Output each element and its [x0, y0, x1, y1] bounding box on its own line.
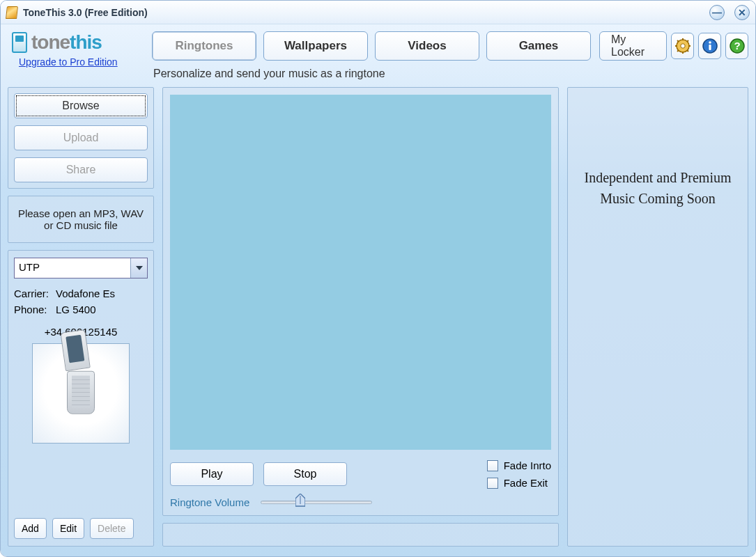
- window-title: ToneThis 3.0 (Free Edition): [23, 7, 148, 18]
- tab-games[interactable]: Games: [486, 31, 591, 61]
- volume-label: Ringtone Volume: [170, 496, 249, 508]
- svg-point-1: [681, 44, 685, 48]
- brand-text-2: this: [70, 31, 102, 53]
- gear-icon: [674, 38, 691, 54]
- main-tabs: Ringtones Wallpapers Videos Games: [152, 31, 591, 61]
- svg-line-7: [687, 50, 688, 52]
- hint-panel: Please open an MP3, WAV or CD music file: [8, 196, 154, 243]
- fade-in-checkbox[interactable]: Fade Inrto: [487, 460, 551, 471]
- profile-select-value: UTP: [15, 258, 130, 278]
- svg-rect-12: [709, 45, 711, 50]
- upload-button[interactable]: Upload: [14, 125, 148, 150]
- share-button[interactable]: Share: [14, 157, 148, 182]
- app-window: ToneThis 3.0 (Free Edition) — ✕ tonethis…: [0, 0, 756, 557]
- carrier-row: Carrier:Vodafone Es: [14, 288, 148, 299]
- promo-panel: Independent and Premium Music Coming Soo…: [567, 87, 748, 547]
- editor-panel: Play Stop Fade Inrto Fade Exit Ringtone …: [162, 87, 559, 516]
- waveform-area[interactable]: [170, 95, 551, 450]
- slider-thumb-icon: [295, 494, 305, 509]
- upgrade-link[interactable]: Upgrade to Pro Edition: [19, 56, 118, 68]
- app-icon: [6, 6, 18, 19]
- profile-panel: UTP Carrier:Vodafone Es Phone:LG 5400 +3…: [8, 250, 154, 547]
- chevron-down-icon: [130, 258, 147, 278]
- status-panel: [162, 523, 559, 547]
- svg-text:?: ?: [734, 40, 740, 52]
- promo-text: Independent and Premium Music Coming Soo…: [573, 167, 742, 209]
- add-profile-button[interactable]: Add: [14, 518, 47, 539]
- svg-line-9: [677, 50, 679, 52]
- stop-button[interactable]: Stop: [263, 462, 347, 486]
- profile-select[interactable]: UTP: [14, 258, 148, 278]
- tab-subtitle: Personalize and send your music as a rin…: [153, 68, 748, 80]
- titlebar: ToneThis 3.0 (Free Edition) — ✕: [1, 1, 755, 24]
- phone-preview: [32, 343, 130, 444]
- fade-out-checkbox[interactable]: Fade Exit: [487, 477, 551, 489]
- brand-logo: tonethis: [8, 31, 144, 54]
- info-icon: [702, 38, 718, 54]
- play-button[interactable]: Play: [170, 462, 254, 486]
- phone-icon: [12, 32, 27, 53]
- browse-button[interactable]: Browse: [14, 93, 148, 118]
- minimize-button[interactable]: —: [709, 5, 725, 20]
- help-icon: ?: [729, 38, 746, 54]
- svg-line-6: [677, 40, 679, 42]
- svg-marker-15: [136, 266, 143, 270]
- close-button[interactable]: ✕: [734, 5, 750, 20]
- brand-text-1: tone: [31, 31, 70, 53]
- tab-videos[interactable]: Videos: [375, 31, 479, 61]
- tab-wallpapers[interactable]: Wallpapers: [263, 31, 368, 61]
- about-button[interactable]: [698, 33, 721, 59]
- action-panel: Browse Upload Share: [8, 87, 154, 189]
- delete-profile-button[interactable]: Delete: [90, 518, 133, 539]
- settings-button[interactable]: [671, 33, 694, 59]
- edit-profile-button[interactable]: Edit: [52, 518, 84, 539]
- my-locker-button[interactable]: My Locker: [599, 31, 667, 61]
- tab-ringtones[interactable]: Ringtones: [152, 31, 256, 61]
- svg-point-11: [709, 41, 711, 44]
- help-button[interactable]: ?: [725, 33, 748, 59]
- svg-line-8: [687, 40, 688, 42]
- phone-row: Phone:LG 5400: [14, 304, 148, 315]
- volume-slider[interactable]: [261, 496, 372, 508]
